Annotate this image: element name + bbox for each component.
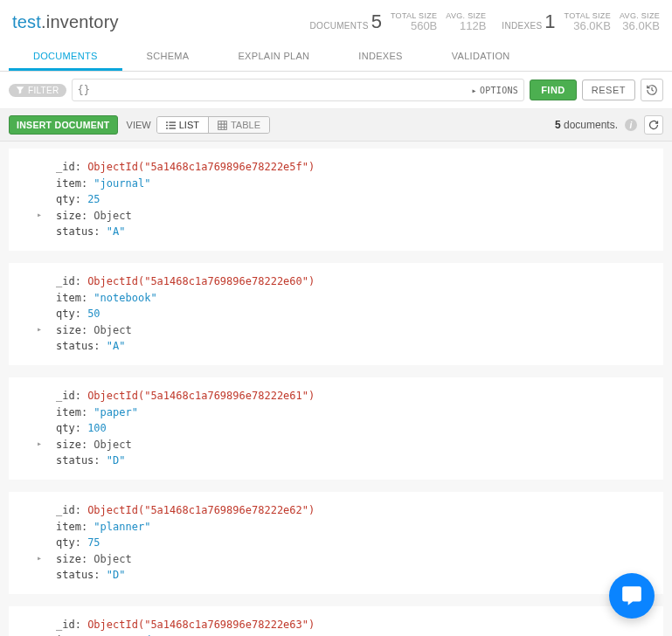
history-icon xyxy=(646,84,658,96)
svg-rect-4 xyxy=(166,128,168,128)
filter-pill[interactable]: FILTER xyxy=(9,84,66,97)
info-icon[interactable]: i xyxy=(625,119,637,131)
field-item: item: "postcard" xyxy=(56,633,646,636)
document-card[interactable]: _id: ObjectId("5a1468c1a769896e78222e61"… xyxy=(9,377,663,480)
documents-count-text: 5 documents. xyxy=(555,119,618,131)
list-icon xyxy=(166,121,176,130)
svg-rect-1 xyxy=(169,121,176,122)
collection-header: test.inventory DOCUMENTS 5 TOTAL SIZE 56… xyxy=(0,0,672,42)
field-qty: qty: 50 xyxy=(56,306,646,322)
document-card[interactable]: _id: ObjectId("5a1468c1a769896e78222e62"… xyxy=(9,492,663,594)
stat-documents-label: DOCUMENTS xyxy=(310,21,369,33)
svg-rect-6 xyxy=(218,121,227,129)
field-id: _id: ObjectId("5a1468c1a769896e78222e60"… xyxy=(56,273,646,290)
header-stats: DOCUMENTS 5 TOTAL SIZE 560B AVG. SIZE 11… xyxy=(310,10,660,33)
support-chat-button[interactable] xyxy=(609,573,655,619)
field-id: _id: ObjectId("5a1468c1a769896e78222e5f"… xyxy=(56,159,646,176)
tabs: DOCUMENTS SCHEMA EXPLAIN PLAN INDEXES VA… xyxy=(0,42,672,72)
stat-documents: DOCUMENTS 5 xyxy=(310,10,382,33)
filter-icon xyxy=(16,86,24,94)
stat-idx-avgsize: AVG. SIZE 36.0KB xyxy=(620,11,660,33)
chat-icon xyxy=(620,584,643,607)
tab-documents[interactable]: DOCUMENTS xyxy=(9,42,122,71)
expand-icon[interactable]: ▸ xyxy=(37,437,42,451)
field-status: status: "D" xyxy=(56,567,646,584)
field-item: item: "planner" xyxy=(56,519,646,536)
field-id: _id: ObjectId("5a1468c1a769896e78222e63"… xyxy=(56,617,646,633)
field-id: _id: ObjectId("5a1468c1a769896e78222e61"… xyxy=(56,388,646,404)
refresh-button[interactable] xyxy=(644,115,663,135)
stat-totalsize: TOTAL SIZE 560B xyxy=(391,11,437,33)
filter-input[interactable]: {} ▸ OPTIONS xyxy=(72,79,525,101)
field-item: item: "journal" xyxy=(56,176,646,192)
db-name: test xyxy=(12,12,41,31)
history-button[interactable] xyxy=(641,79,663,101)
document-card[interactable]: _id: ObjectId("5a1468c1a769896e78222e63"… xyxy=(9,606,663,636)
document-card[interactable]: _id: ObjectId("5a1468c1a769896e78222e60"… xyxy=(9,263,663,365)
view-list-button[interactable]: LIST xyxy=(157,117,209,133)
expand-icon[interactable]: ▸ xyxy=(37,322,42,336)
field-id: _id: ObjectId("5a1468c1a769896e78222e62"… xyxy=(56,502,646,519)
svg-rect-0 xyxy=(166,121,168,122)
tab-indexes[interactable]: INDEXES xyxy=(334,42,426,71)
stat-indexes: INDEXES 1 xyxy=(502,10,555,33)
stat-documents-value: 5 xyxy=(369,10,382,33)
tab-validation[interactable]: VALIDATION xyxy=(427,42,535,71)
stat-avgsize: AVG. SIZE 112B xyxy=(446,11,486,33)
field-status: status: "D" xyxy=(56,453,646,469)
find-button[interactable]: FIND xyxy=(530,80,577,100)
document-card[interactable]: _id: ObjectId("5a1468c1a769896e78222e5f"… xyxy=(9,149,663,251)
tab-schema[interactable]: SCHEMA xyxy=(122,42,214,71)
svg-rect-5 xyxy=(169,128,176,128)
field-qty: qty: 75 xyxy=(56,535,646,551)
expand-icon[interactable]: ▸ xyxy=(37,208,42,222)
document-list: _id: ObjectId("5a1468c1a769896e78222e5f"… xyxy=(0,142,672,636)
reset-button[interactable]: RESET xyxy=(582,80,635,100)
view-label: VIEW xyxy=(127,120,151,130)
view-table-button[interactable]: TABLE xyxy=(209,117,269,133)
table-icon xyxy=(218,121,227,130)
field-qty: qty: 25 xyxy=(56,191,646,208)
field-qty: qty: 100 xyxy=(56,420,646,437)
insert-document-button[interactable]: INSERT DOCUMENT xyxy=(9,115,118,135)
field-item: item: "notebook" xyxy=(56,290,646,307)
filter-value: {} xyxy=(78,84,90,96)
stat-indexes-label: INDEXES xyxy=(502,21,542,33)
documents-toolbar: INSERT DOCUMENT VIEW LIST TABLE 5 docume… xyxy=(0,109,672,142)
caret-right-icon: ▸ xyxy=(472,86,477,95)
field-item: item: "paper" xyxy=(56,404,646,421)
options-button[interactable]: ▸ OPTIONS xyxy=(472,86,519,95)
field-size: ▸size: Object xyxy=(56,551,646,568)
field-status: status: "A" xyxy=(56,224,646,240)
field-size: ▸size: Object xyxy=(56,208,646,225)
svg-rect-3 xyxy=(169,124,176,125)
collection-name: .inventory xyxy=(41,12,119,31)
tab-explain-plan[interactable]: EXPLAIN PLAN xyxy=(213,42,334,71)
filter-bar: FILTER {} ▸ OPTIONS FIND RESET xyxy=(0,72,672,109)
stat-indexes-value: 1 xyxy=(542,10,555,33)
namespace-title: test.inventory xyxy=(12,12,119,32)
toolbar-right: 5 documents. i xyxy=(555,115,663,135)
svg-rect-2 xyxy=(166,124,168,125)
expand-icon[interactable]: ▸ xyxy=(37,551,42,565)
field-size: ▸size: Object xyxy=(56,322,646,339)
stat-idx-totalsize: TOTAL SIZE 36.0KB xyxy=(565,11,611,33)
view-toggle: LIST TABLE xyxy=(156,116,270,134)
refresh-icon xyxy=(648,120,659,130)
field-status: status: "A" xyxy=(56,338,646,355)
field-size: ▸size: Object xyxy=(56,437,646,453)
